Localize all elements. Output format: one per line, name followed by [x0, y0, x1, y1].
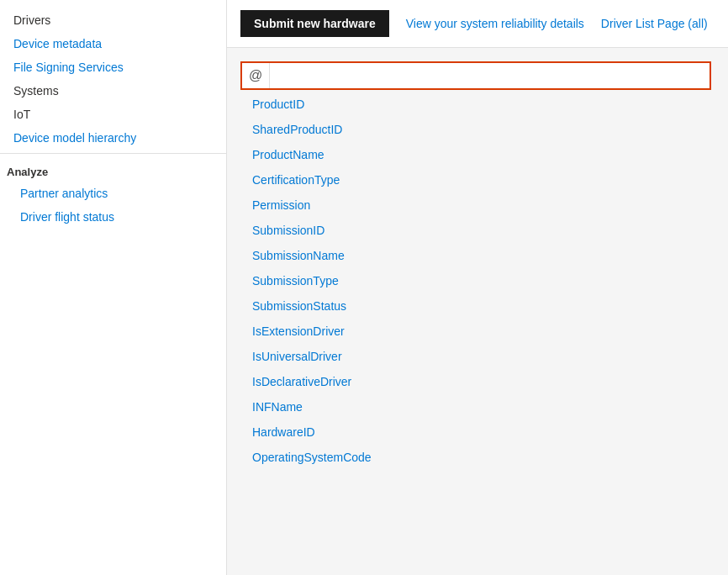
field-item[interactable]: ProductID: [240, 92, 715, 117]
field-item[interactable]: INFName: [240, 394, 715, 419]
driver-list-link[interactable]: Driver List Page (all): [601, 17, 708, 30]
content-area: @ ProductIDSharedProductIDProductNameCer…: [227, 48, 728, 575]
search-input[interactable]: [270, 64, 710, 87]
field-item[interactable]: OperatingSystemCode: [240, 445, 715, 470]
field-item[interactable]: Permission: [240, 193, 715, 218]
field-item[interactable]: SubmissionStatus: [240, 293, 715, 319]
field-item[interactable]: SubmissionType: [240, 268, 715, 293]
sidebar-analyze-section: Analyze: [0, 157, 226, 182]
fields-list: ProductIDSharedProductIDProductNameCerti…: [240, 92, 715, 470]
sidebar-item-file-signing[interactable]: File Signing Services: [0, 55, 226, 79]
submit-new-hardware-button[interactable]: Submit new hardware: [240, 10, 389, 37]
sidebar-item-iot[interactable]: IoT: [0, 103, 226, 126]
sidebar-item-systems[interactable]: Systems: [0, 79, 226, 103]
field-item[interactable]: IsDeclarativeDriver: [240, 369, 715, 394]
sidebar-item-device-metadata[interactable]: Device metadata: [0, 32, 226, 55]
field-item[interactable]: SharedProductID: [240, 117, 715, 142]
field-item[interactable]: SubmissionID: [240, 218, 715, 243]
search-box: @: [240, 61, 711, 90]
toolbar: Submit new hardware View your system rel…: [227, 0, 728, 48]
reliability-link[interactable]: View your system reliability details: [406, 17, 584, 30]
sidebar-item-device-model[interactable]: Device model hierarchy: [0, 126, 226, 150]
field-item[interactable]: CertificationType: [240, 167, 715, 193]
main-panel: Submit new hardware View your system rel…: [227, 0, 728, 575]
field-item[interactable]: HardwareID: [240, 419, 715, 445]
field-item[interactable]: IsExtensionDriver: [240, 319, 715, 344]
at-icon: @: [242, 63, 270, 88]
sidebar-item-driver-flight[interactable]: Driver flight status: [0, 205, 226, 229]
sidebar-divider: [0, 153, 226, 154]
field-item[interactable]: SubmissionName: [240, 243, 715, 268]
sidebar-item-drivers[interactable]: Drivers: [0, 8, 226, 32]
field-item[interactable]: ProductName: [240, 142, 715, 167]
sidebar-item-partner-analytics[interactable]: Partner analytics: [0, 182, 226, 205]
field-item[interactable]: IsUniversalDriver: [240, 344, 715, 369]
sidebar: Drivers Device metadata File Signing Ser…: [0, 0, 227, 575]
